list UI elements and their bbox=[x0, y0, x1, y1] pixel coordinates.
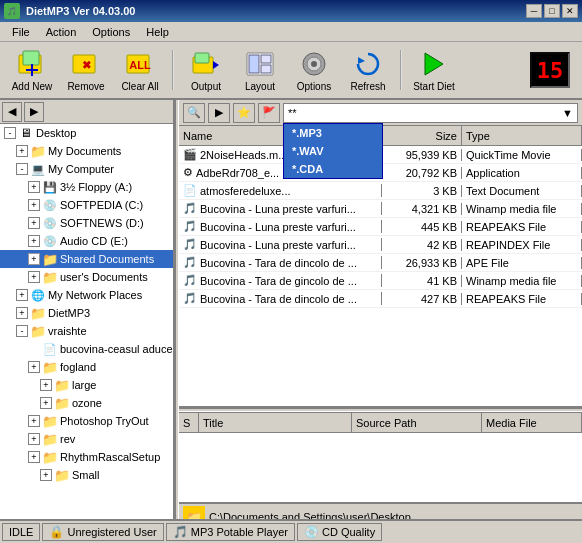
tree-expand-rhythmrascal[interactable]: + bbox=[28, 451, 40, 463]
tree-expand-floppy[interactable]: + bbox=[28, 181, 40, 193]
maximize-button[interactable]: □ bbox=[544, 4, 560, 18]
tree-expand-softnews[interactable]: + bbox=[28, 217, 40, 229]
filter-star-button[interactable]: ⭐ bbox=[233, 103, 255, 123]
table-row[interactable]: 🎵 Bucovina - Tara de dincolo de ... 26,9… bbox=[179, 254, 582, 272]
tree-item-userdocs[interactable]: + 📁 user's Documents bbox=[0, 268, 173, 286]
table-row[interactable]: 🎵 Bucovina - Tara de dincolo de ... 427 … bbox=[179, 290, 582, 308]
tree-back-button[interactable]: ◀ bbox=[2, 102, 22, 122]
refresh-button[interactable]: Refresh bbox=[342, 45, 394, 95]
tree-expand-shareddocs[interactable]: + bbox=[28, 253, 40, 265]
tree-item-audiocd[interactable]: + 💿 Audio CD (E:) bbox=[0, 232, 173, 250]
layout-button[interactable]: Layout bbox=[234, 45, 286, 95]
svg-point-17 bbox=[311, 61, 317, 67]
tree-item-floppy[interactable]: + 💾 3½ Floppy (A:) bbox=[0, 178, 173, 196]
close-button[interactable]: ✕ bbox=[562, 4, 578, 18]
table-row[interactable]: 🎵 Bucovina - Luna preste varfuri... 445 … bbox=[179, 218, 582, 236]
left-panel-header: ◀ ▶ bbox=[0, 100, 173, 124]
mycomputer-icon: 💻 bbox=[30, 161, 46, 177]
filter-flag-button[interactable]: 🚩 bbox=[258, 103, 280, 123]
tree-item-mycomputer[interactable]: - 💻 My Computer bbox=[0, 160, 173, 178]
file-type-dropdown[interactable]: ** ▼ bbox=[283, 103, 578, 123]
playlist-col-media[interactable]: Media File bbox=[482, 413, 582, 432]
table-row[interactable]: 🎵 Bucovina - Tara de gincolo de ... 41 K… bbox=[179, 272, 582, 290]
tree-item-mydocs[interactable]: + 📁 My Documents bbox=[0, 142, 173, 160]
table-row[interactable]: 📄 atmosferedeluxe... 3 KB Text Document bbox=[179, 182, 582, 200]
start-diet-button[interactable]: Start Diet bbox=[408, 45, 460, 95]
playlist-col-title[interactable]: Title bbox=[199, 413, 352, 432]
filter-play-button[interactable]: ▶ bbox=[208, 103, 230, 123]
tree-expand-audiocd[interactable]: + bbox=[28, 235, 40, 247]
table-row[interactable]: 🎵 Bucovina - Luna preste varfuri... 4,32… bbox=[179, 200, 582, 218]
menu-help[interactable]: Help bbox=[138, 24, 177, 40]
dropdown-item-wav[interactable]: *.WAV bbox=[284, 142, 382, 160]
tree-item-softnews[interactable]: + 💿 SOFTNEWS (D:) bbox=[0, 214, 173, 232]
tree-expand-userdocs[interactable]: + bbox=[28, 271, 40, 283]
status-idle: IDLE bbox=[2, 523, 40, 541]
playlist-col-s[interactable]: S bbox=[179, 413, 199, 432]
dropdown-item-mp3[interactable]: *.MP3 bbox=[284, 124, 382, 142]
tree-expand-small[interactable]: + bbox=[40, 469, 52, 481]
svg-rect-14 bbox=[261, 65, 271, 73]
tree-expand-photoshop[interactable]: + bbox=[28, 415, 40, 427]
tree-item-photoshop[interactable]: + 📁 Photoshop TryOut bbox=[0, 412, 173, 430]
quality-label: CD Quality bbox=[322, 526, 375, 538]
floppy-icon: 💾 bbox=[42, 179, 58, 195]
title-bar-text: 🎵 DietMP3 Ver 04.03.00 bbox=[4, 3, 135, 19]
tree-item-rev[interactable]: + 📁 rev bbox=[0, 430, 173, 448]
tree-expand-softpedia[interactable]: + bbox=[28, 199, 40, 211]
tree-expand-large[interactable]: + bbox=[40, 379, 52, 391]
menu-options[interactable]: Options bbox=[84, 24, 138, 40]
tree-item-dietmp3[interactable]: + 📁 DietMP3 bbox=[0, 304, 173, 322]
tree-item-shareddocs[interactable]: + 📁 Shared Documents bbox=[0, 250, 173, 268]
menu-file[interactable]: File bbox=[4, 24, 38, 40]
table-row[interactable]: 🎵 Bucovina - Luna preste varfuri... 42 K… bbox=[179, 236, 582, 254]
layout-icon bbox=[244, 48, 276, 79]
menu-action[interactable]: Action bbox=[38, 24, 85, 40]
output-label: Output bbox=[191, 81, 221, 92]
svg-marker-10 bbox=[213, 61, 219, 69]
tree-item-fogland[interactable]: + 📁 fogland bbox=[0, 358, 173, 376]
status-quality: 💿 CD Quality bbox=[297, 523, 382, 541]
add-new-button[interactable]: Add New bbox=[6, 45, 58, 95]
tree-item-small[interactable]: + 📁 Small bbox=[0, 466, 173, 484]
tree-expand-dietmp3[interactable]: + bbox=[16, 307, 28, 319]
start-diet-label: Start Diet bbox=[413, 81, 455, 92]
tree-expand-rev[interactable]: + bbox=[28, 433, 40, 445]
filter-search-button[interactable]: 🔍 bbox=[183, 103, 205, 123]
col-size[interactable]: Size bbox=[382, 126, 462, 145]
options-button[interactable]: Options bbox=[288, 45, 340, 95]
tree-expand-ozone[interactable]: + bbox=[40, 397, 52, 409]
tree-expand-mydocs[interactable]: + bbox=[16, 145, 28, 157]
rev-icon: 📁 bbox=[42, 431, 58, 447]
tree-expand-fogland[interactable]: + bbox=[28, 361, 40, 373]
tree-item-large[interactable]: + 📁 large bbox=[0, 376, 173, 394]
tree-item-softpedia[interactable]: + 💿 SOFTPEDIA (C:) bbox=[0, 196, 173, 214]
softpedia-icon: 💿 bbox=[42, 197, 58, 213]
status-label: IDLE bbox=[9, 526, 33, 538]
playlist-area: S Title Source Path Media File bbox=[179, 412, 582, 502]
add-new-label: Add New bbox=[12, 81, 53, 92]
tree-expand-vraishte[interactable]: - bbox=[16, 325, 28, 337]
remove-button[interactable]: ✖ Remove bbox=[60, 45, 112, 95]
playlist-col-source[interactable]: Source Path bbox=[352, 413, 482, 432]
tree-item-desktop[interactable]: - 🖥 Desktop bbox=[0, 124, 173, 142]
clear-all-button[interactable]: ALL Clear All bbox=[114, 45, 166, 95]
fogland-icon: 📁 bbox=[42, 359, 58, 375]
tree-item-vraishte[interactable]: - 📁 vraishte bbox=[0, 322, 173, 340]
file-type-dropdown-menu[interactable]: *.MP3 *.WAV *.CDA bbox=[283, 123, 383, 179]
tree-item-ozone[interactable]: + 📁 ozone bbox=[0, 394, 173, 412]
tree-expand-desktop[interactable]: - bbox=[4, 127, 16, 139]
output-button[interactable]: Output bbox=[180, 45, 232, 95]
minimize-button[interactable]: ─ bbox=[526, 4, 542, 18]
tree-expand-network[interactable]: + bbox=[16, 289, 28, 301]
tree-item-bucovina-file[interactable]: 📄 bucovina-ceasul aduce... bbox=[0, 340, 173, 358]
dropdown-item-cda[interactable]: *.CDA bbox=[284, 160, 382, 178]
tree-expand-mycomputer[interactable]: - bbox=[16, 163, 28, 175]
tree-forward-button[interactable]: ▶ bbox=[24, 102, 44, 122]
add-new-icon bbox=[16, 48, 48, 79]
tree-item-network[interactable]: + 🌐 My Network Places bbox=[0, 286, 173, 304]
menu-bar: File Action Options Help bbox=[0, 22, 582, 42]
playlist-header: S Title Source Path Media File bbox=[179, 413, 582, 433]
tree-item-rhythmrascal[interactable]: + 📁 RhythmRascalSetup bbox=[0, 448, 173, 466]
col-type[interactable]: Type bbox=[462, 126, 582, 145]
